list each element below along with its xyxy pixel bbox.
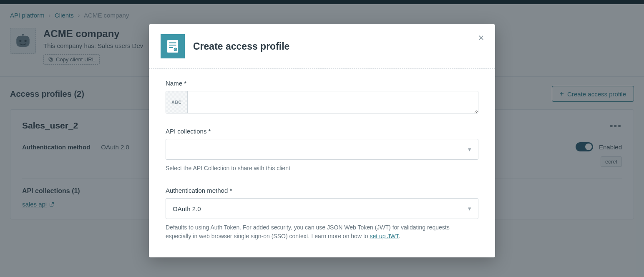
name-prefix-badge: ABC <box>166 91 188 113</box>
create-access-profile-modal: Create access profile ✕ Name * ABC API c… <box>149 24 495 257</box>
auth-helper-text-2: . <box>399 233 400 239</box>
chevron-down-icon: ▾ <box>468 205 471 212</box>
profile-document-icon <box>161 34 185 58</box>
modal-title: Create access profile <box>193 41 289 52</box>
auth-method-helper: Defaults to using Auth Token. For added … <box>166 223 478 241</box>
api-collections-select[interactable]: ▾ <box>166 139 478 160</box>
auth-helper-text-1: Defaults to using Auth Token. For added … <box>166 224 454 239</box>
svg-rect-7 <box>167 40 178 53</box>
name-label: Name * <box>166 80 478 87</box>
modal-body: Name * ABC API collections * ▾ Select th… <box>149 69 495 257</box>
close-icon: ✕ <box>478 34 484 42</box>
modal-close-button[interactable]: ✕ <box>478 33 484 43</box>
api-collections-helper: Select the API Collection to share with … <box>166 164 478 173</box>
api-collections-label: API collections * <box>166 128 478 135</box>
modal-overlay[interactable]: Create access profile ✕ Name * ABC API c… <box>0 0 644 277</box>
auth-method-field: Authentication method * OAuth 2.0 ▾ Defa… <box>166 187 478 241</box>
modal-header: Create access profile ✕ <box>149 24 495 68</box>
chevron-down-icon: ▾ <box>468 146 471 153</box>
svg-point-12 <box>175 49 176 50</box>
name-field: Name * ABC <box>166 80 478 113</box>
api-collections-field: API collections * ▾ Select the API Colle… <box>166 128 478 173</box>
name-input[interactable] <box>188 91 478 113</box>
name-input-wrap: ABC <box>166 91 478 113</box>
auth-method-select[interactable]: OAuth 2.0 ▾ <box>166 198 478 219</box>
auth-method-selected-value: OAuth 2.0 <box>173 205 201 212</box>
setup-jwt-link[interactable]: set up JWT <box>370 233 398 239</box>
auth-method-label: Authentication method * <box>166 187 478 194</box>
